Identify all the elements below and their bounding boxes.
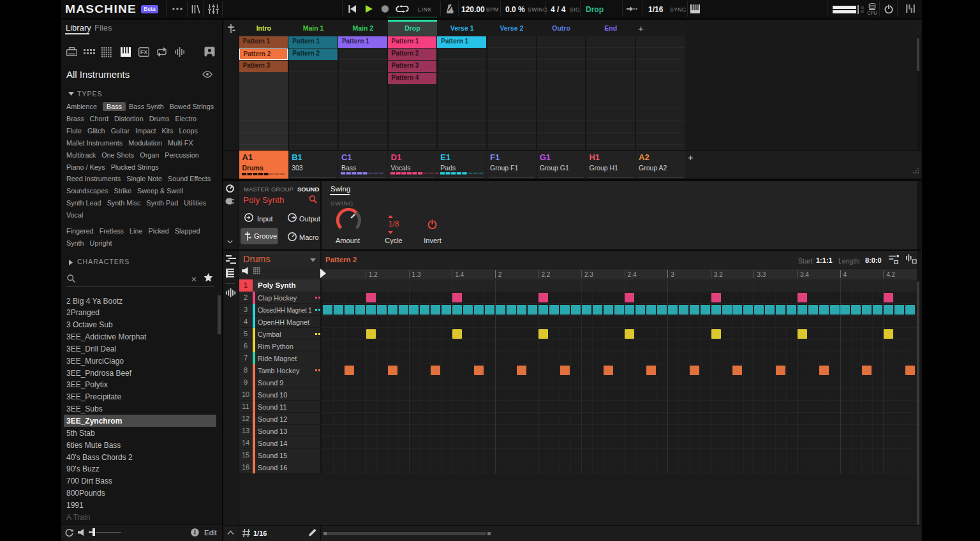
svg-text:FX: FX <box>140 49 148 56</box>
